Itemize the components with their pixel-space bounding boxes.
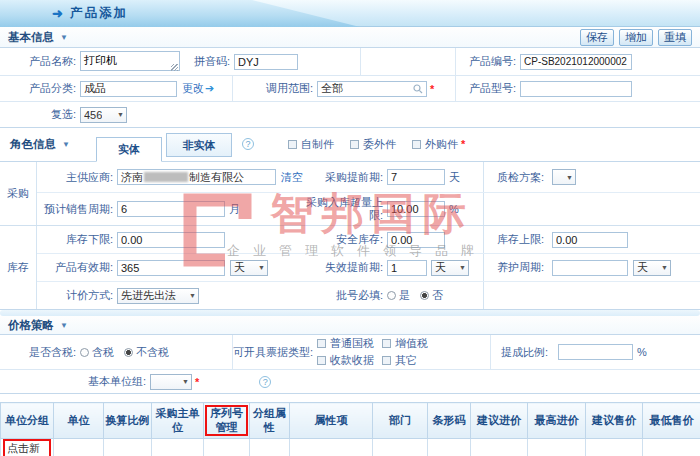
validity-unit-dropdown[interactable]: 天▼ bbox=[230, 260, 268, 276]
maintenance-label: 养护周期: bbox=[483, 254, 548, 281]
safety-stock-input[interactable] bbox=[387, 232, 445, 248]
add-button[interactable]: 增加 bbox=[619, 29, 653, 46]
tax-included-label: 含税 bbox=[92, 345, 114, 360]
multi-select-label: 复选: bbox=[0, 107, 80, 122]
invoice-other-checkbox[interactable] bbox=[382, 356, 391, 365]
base-unit-group-dropdown[interactable]: ▼ bbox=[150, 374, 192, 390]
invoice-vat-label: 增值税 bbox=[395, 337, 428, 349]
invoice-vat-checkbox[interactable] bbox=[382, 339, 391, 348]
unit-table-header-row: 单位分组 单位 换算比例 采购主单位 序列号管理 分组属性 属性项 部门 条形码… bbox=[1, 403, 700, 439]
unit-table-add-row: 点击新增 bbox=[1, 439, 700, 456]
col-unit-group[interactable]: 单位分组 bbox=[1, 403, 54, 439]
maintenance-unit-dropdown[interactable]: 天▼ bbox=[633, 260, 671, 276]
role-collapse-caret-icon[interactable]: ▼ bbox=[62, 140, 70, 149]
col-suggested-sale-price[interactable]: 建议售价 bbox=[586, 403, 643, 439]
base-unit-group-label: 基本单位组: bbox=[0, 374, 150, 389]
commission-label: 提成比例: bbox=[490, 335, 552, 369]
expire-lead-input[interactable] bbox=[387, 260, 427, 276]
clear-link[interactable]: 清空 bbox=[281, 170, 303, 185]
purchase-lead-label: 采购提前期: bbox=[303, 171, 387, 184]
tax-included-radio[interactable] bbox=[80, 348, 89, 357]
product-name-input[interactable]: 打印机 bbox=[80, 51, 180, 71]
inventory-group-label: 库存 bbox=[0, 226, 37, 309]
batch-no-radio[interactable] bbox=[420, 291, 429, 300]
stock-upper-input[interactable] bbox=[552, 232, 628, 248]
reset-button[interactable]: 重填 bbox=[658, 29, 692, 46]
expire-unit-dropdown[interactable]: 天▼ bbox=[431, 260, 469, 276]
supplier-label: 主供应商: bbox=[37, 170, 117, 185]
maintenance-input[interactable] bbox=[552, 260, 628, 276]
price-collapse-caret-icon[interactable]: ▼ bbox=[60, 321, 68, 330]
expire-lead-label: 失效提前期: bbox=[303, 261, 387, 274]
purchase-lead-input[interactable] bbox=[387, 169, 445, 185]
page-title: 产品添加 bbox=[70, 5, 128, 22]
col-unit[interactable]: 单位 bbox=[54, 403, 104, 439]
outsourced-checkbox[interactable] bbox=[350, 140, 359, 149]
self-made-checkbox[interactable] bbox=[288, 140, 297, 149]
tab-entity[interactable]: 实体 bbox=[96, 137, 162, 162]
self-made-label: 自制件 bbox=[301, 138, 334, 150]
qc-plan-dropdown[interactable]: ▼ bbox=[552, 169, 576, 185]
collapse-caret-icon[interactable]: ▼ bbox=[60, 33, 68, 42]
commission-unit: % bbox=[637, 346, 647, 358]
scope-input[interactable]: 全部 bbox=[317, 81, 427, 97]
invoice-national-label: 普通国税 bbox=[330, 337, 374, 349]
batch-yes-label: 是 bbox=[399, 288, 410, 303]
col-max-purchase-price[interactable]: 最高进价 bbox=[528, 403, 586, 439]
supplier-input[interactable]: 济南制造有限公 bbox=[117, 169, 276, 185]
outsourced-label: 委外件 bbox=[363, 138, 396, 150]
serial-management-highlight: 序列号管理 bbox=[205, 405, 248, 437]
lead-unit: 天 bbox=[449, 170, 460, 185]
purchased-label: 外购件 bbox=[425, 138, 458, 150]
over-limit-input[interactable] bbox=[387, 201, 445, 217]
col-suggested-purchase-price[interactable]: 建议进价 bbox=[471, 403, 528, 439]
page-tab: ➜ 产品添加 bbox=[0, 0, 360, 27]
basic-info-table: 产品名称: 打印机 拼音码: 产品编号: 产品分类: 更改 ➔ 调用范围: 全部 bbox=[0, 47, 700, 128]
over-limit-label: 采购入库超量上限: bbox=[303, 196, 387, 221]
save-button[interactable]: 保存 bbox=[580, 29, 614, 46]
required-asterisk: * bbox=[430, 83, 434, 95]
validity-label: 产品有效期: bbox=[37, 260, 117, 275]
tax-excluded-radio[interactable] bbox=[124, 348, 133, 357]
product-no-input[interactable] bbox=[520, 54, 632, 70]
pinyin-input[interactable] bbox=[234, 54, 298, 70]
col-serial-management[interactable]: 序列号管理 bbox=[204, 403, 250, 439]
col-department[interactable]: 部门 bbox=[373, 403, 428, 439]
col-attribute-item[interactable]: 属性项 bbox=[290, 403, 373, 439]
stock-lower-label: 库存下限: bbox=[37, 232, 117, 247]
purchased-checkbox[interactable] bbox=[412, 140, 421, 149]
batch-yes-radio[interactable] bbox=[387, 291, 396, 300]
scope-label: 调用范围: bbox=[233, 81, 317, 96]
col-purchase-main-unit[interactable]: 采购主单位 bbox=[152, 403, 204, 439]
product-name-label: 产品名称: bbox=[0, 54, 80, 69]
invoice-receipt-checkbox[interactable] bbox=[317, 356, 326, 365]
price-strategy-section-header: 价格策略 ▼ bbox=[0, 316, 700, 334]
product-no-label: 产品编号: bbox=[456, 54, 520, 69]
click-to-add-link[interactable]: 点击新增 bbox=[3, 439, 51, 456]
search-icon[interactable] bbox=[413, 84, 423, 94]
resize-grip-icon[interactable] bbox=[171, 64, 178, 71]
model-input[interactable] bbox=[520, 81, 632, 97]
invoice-receipt-label: 收款收据 bbox=[330, 354, 374, 366]
col-min-sale-price[interactable]: 最低售价 bbox=[643, 403, 700, 439]
pricing-method-label: 计价方式: bbox=[37, 288, 117, 303]
invoice-national-checkbox[interactable] bbox=[317, 339, 326, 348]
change-icon[interactable]: ➔ bbox=[205, 82, 214, 95]
commission-input[interactable] bbox=[558, 344, 633, 360]
col-conversion[interactable]: 换算比例 bbox=[104, 403, 152, 439]
col-group-attribute[interactable]: 分组属性 bbox=[250, 403, 290, 439]
tab-non-entity[interactable]: 非实体 bbox=[166, 133, 232, 157]
multi-select-dropdown[interactable]: 456▼ bbox=[80, 107, 127, 123]
sales-cycle-label: 预计销售周期: bbox=[37, 202, 117, 217]
pricing-method-dropdown[interactable]: 先进先出法▼ bbox=[117, 288, 199, 304]
category-input[interactable] bbox=[80, 81, 177, 97]
stock-lower-input[interactable] bbox=[117, 232, 225, 248]
change-link[interactable]: 更改 bbox=[182, 81, 204, 96]
sales-cycle-input[interactable] bbox=[117, 201, 225, 217]
unit-group-help-icon[interactable]: ? bbox=[259, 376, 271, 388]
col-barcode[interactable]: 条形码 bbox=[428, 403, 471, 439]
role-help-icon[interactable]: ? bbox=[242, 138, 254, 150]
basic-info-title: 基本信息 bbox=[8, 30, 54, 45]
validity-input[interactable] bbox=[117, 260, 225, 276]
arrow-icon: ➜ bbox=[52, 6, 63, 21]
